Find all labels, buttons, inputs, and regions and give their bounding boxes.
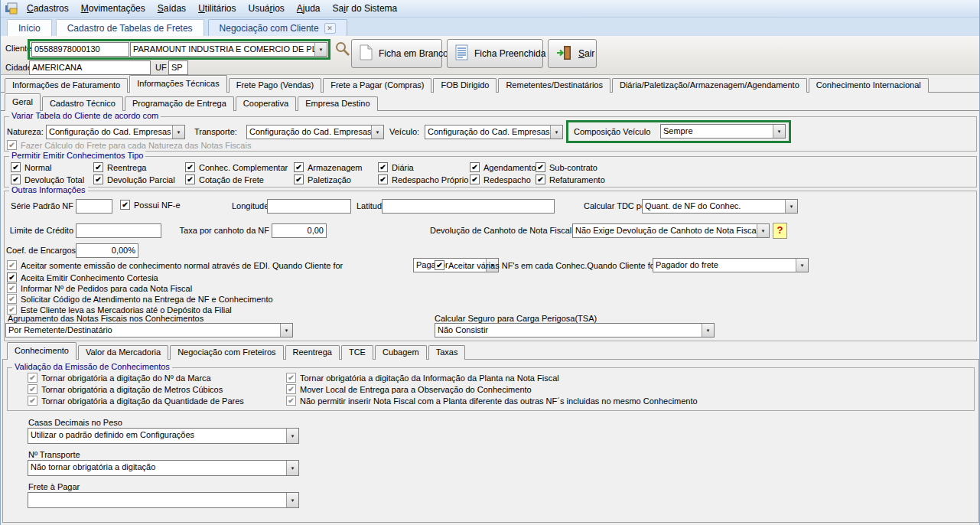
uf-input[interactable]: SP <box>168 60 188 75</box>
checkbox-reentrega[interactable]: ✔Reentrega <box>93 162 146 172</box>
coef-encargos-input[interactable]: 0,00% <box>76 243 138 258</box>
chevron-down-icon: ▼ <box>796 259 808 272</box>
obrig-metros-cubicos-checkbox[interactable]: ✔Tornar obrigatória a digitação de Metro… <box>28 384 223 394</box>
calcular-tdc-select[interactable]: Quant. de NF do Conhec.▼ <box>642 199 798 214</box>
coef-encargos-label: Coef. de Encargos <box>6 246 73 255</box>
checkbox-agendamento[interactable]: ✔Agendamento <box>470 162 536 172</box>
tab-frete-a-pagar-compras[interactable]: Frete a Pagar (Compras) <box>323 78 431 93</box>
obrig-info-planta-checkbox[interactable]: ✔Tornar obrigatória a digitação da Infor… <box>286 373 559 383</box>
chevron-down-icon: ▼ <box>702 324 714 337</box>
cliente-codigo-input[interactable]: 05588978000130 <box>31 42 129 57</box>
checkbox-armazenagem[interactable]: ✔Armazenagem <box>294 162 363 172</box>
casas-decimais-select[interactable]: Utilizar o padrão definido em Configuraç… <box>28 428 299 444</box>
blank-sheet-icon <box>360 44 373 63</box>
close-tab-icon[interactable]: ✕ <box>324 23 336 34</box>
longitude-input[interactable] <box>267 199 351 214</box>
tab-valor-da-mercadoria[interactable]: Valor da Mercadoria <box>78 345 168 360</box>
agrupamento-select[interactable]: Por Remetente/Destinatário▼ <box>5 323 293 338</box>
tab-programacao-de-entrega[interactable]: Programação de Entrega <box>125 96 234 111</box>
checkbox-refaturamento[interactable]: ✔Refaturamento <box>536 174 605 184</box>
limite-credito-label: Limite de Crédito <box>6 226 73 235</box>
varias-nf-cliente-select[interactable]: Pagador do frete▼ <box>653 258 809 272</box>
tab-reentrega[interactable]: Reentrega <box>285 345 340 360</box>
cliente-highlight-box: 05588978000130 PARAMOUNT INDUSTRIA E COM… <box>28 39 330 60</box>
menu-saidas[interactable]: Saídas <box>151 2 192 15</box>
tab-cadastro-tabelas-fretes[interactable]: Cadastro de Tabelas de Fretes <box>56 19 204 36</box>
tab-fob-dirigido[interactable]: FOB Dirigido <box>433 78 497 93</box>
limite-credito-input[interactable] <box>76 223 161 238</box>
tab-conhecimento[interactable]: Conhecimento <box>7 342 77 360</box>
cliente-nome-select[interactable]: PARAMOUNT INDUSTRIA E COMERCIO DE PLAST … <box>130 42 327 57</box>
checkbox-conhec-complementar[interactable]: ✔Conhec. Complementar <box>185 162 288 172</box>
tab-diaria-paletizacao-armazenagem-agendamento[interactable]: Diária/Paletização/Armazenagem/Agendamen… <box>612 78 807 93</box>
transporte-label: Transporte: <box>194 127 237 136</box>
search-icon[interactable] <box>334 41 350 60</box>
devolucao-canhoto-select[interactable]: Não Exige Devolução de Canhoto de Nota F… <box>572 223 770 238</box>
serie-padrao-nf-input[interactable] <box>76 199 112 214</box>
tab-geral[interactable]: Geral <box>5 93 41 111</box>
cortesia-checkbox[interactable]: ✔Aceita Emitir Conhecimento Cortesia <box>7 272 158 282</box>
menu-bar: Cadastros Movimentações Saídas Utilitári… <box>1 0 979 18</box>
tab-cadastro-tecnico[interactable]: Cadastro Técnico <box>42 96 123 111</box>
edi-checkbox[interactable]: ✔Aceitar somente emissão de conhecimento… <box>7 260 343 270</box>
tab-tce[interactable]: TCE <box>341 345 373 360</box>
cidade-input[interactable]: AMERICANA <box>29 60 151 75</box>
tab-negociacao-com-cliente[interactable]: Negociação com Cliente ✕ <box>208 19 347 36</box>
checkbox-redespacho-proprio[interactable]: ✔Redespacho Próprio <box>378 174 468 184</box>
composicao-veiculo-select[interactable]: Sempre▼ <box>660 124 786 139</box>
obrig-n-marca-checkbox[interactable]: ✔Tornar obrigatória a digitação do Nº da… <box>28 373 211 383</box>
menu-ajuda[interactable]: Ajuda <box>291 2 327 15</box>
checkbox-redespacho[interactable]: ✔Redespacho <box>470 174 531 184</box>
checkbox-devolucao-parcial[interactable]: ✔Devolução Parcial <box>93 174 175 184</box>
tab-cooperativa[interactable]: Cooperativa <box>236 96 296 111</box>
serie-padrao-nf-label: Série Padrão NF <box>6 201 73 210</box>
menu-cadastros[interactable]: Cadastros <box>21 2 75 15</box>
cidade-label: Cidade <box>5 63 32 72</box>
menu-utilitarios[interactable]: Utilitários <box>192 2 242 15</box>
pedidos-checkbox[interactable]: ✔Informar Nº de Pedidos para cada Nota F… <box>7 283 192 293</box>
natureza-select[interactable]: Configuração do Cad. Empresas▼ <box>46 125 185 139</box>
varias-nf-checkbox[interactable]: ✔Aceitar várias NF's em cada Conhec.Quan… <box>435 260 658 270</box>
ficha-em-branco-button[interactable]: Ficha em Branco <box>351 39 442 68</box>
tab-negociacao-com-freteiros[interactable]: Negociação com Freteiros <box>170 345 283 360</box>
taxa-canhoto-input[interactable]: 0,00 <box>272 223 327 238</box>
composicao-veiculo-label: Composição Veículo <box>574 127 650 136</box>
checkbox-normal[interactable]: ✔Normal <box>11 162 51 172</box>
tab-remetentes-destinatarios[interactable]: Remetentes/Destinatários <box>498 78 610 93</box>
transporte-select[interactable]: Configuração do Cad. Empresas▼ <box>246 125 384 139</box>
tab-empresa-destino[interactable]: Empresa Destino <box>298 96 377 111</box>
tab-taxas[interactable]: Taxas <box>428 345 466 360</box>
obrig-quantidade-pares-checkbox[interactable]: ✔Tornar obrigatória a digitação da Quant… <box>28 396 244 406</box>
mover-local-entrega-checkbox[interactable]: ✔Mover Local de Entrega para a Observaçã… <box>286 384 532 394</box>
ficha-preenchida-button[interactable]: Ficha Preenchida <box>447 39 543 68</box>
menu-movimentacoes[interactable]: Movimentações <box>75 2 151 15</box>
possui-nfe-checkbox[interactable]: ✔Possui NF-e <box>120 200 181 210</box>
calc-frete-natureza-checkbox[interactable]: ✔Fazer Cálculo do Frete para cada Nature… <box>7 140 251 150</box>
checkbox-paletizacao[interactable]: ✔Paletização <box>294 174 351 184</box>
help-button[interactable]: ? <box>773 223 787 239</box>
chevron-down-icon: ▼ <box>371 126 383 139</box>
checkbox-cotacao-de-frete[interactable]: ✔Cotação de Frete <box>185 174 264 184</box>
tab-frete-pago-vendas[interactable]: Frete Pago (Vendas) <box>229 78 322 93</box>
tab-informacoes-faturamento[interactable]: Informações de Faturamento <box>5 78 128 93</box>
checkbox-sub-contrato[interactable]: ✔Sub-contrato <box>536 162 597 172</box>
frete-a-pagar-select[interactable]: ▼ <box>28 492 299 508</box>
client-panel: Cliente 05588978000130 PARAMOUNT INDUSTR… <box>1 36 979 75</box>
veiculo-select[interactable]: Configuração do Cad. Empresas▼ <box>425 125 563 139</box>
menu-usuarios[interactable]: Usuários <box>242 2 290 15</box>
nao-permitir-planta-diferente-checkbox[interactable]: ✔Não permitir inserir Nota Fiscal com a … <box>286 396 698 406</box>
tab-informacoes-tecnicas[interactable]: Informações Técnicas <box>129 75 226 93</box>
seguro-carga-perigosa-select[interactable]: Não Consistir▼ <box>435 323 715 338</box>
n-transporte-select[interactable]: Não tornar obrigatória a digitação▼ <box>28 460 299 476</box>
checkbox-devolucao-total[interactable]: ✔Devolução Total <box>11 174 84 184</box>
tab-cubagem[interactable]: Cubagem <box>375 345 427 360</box>
codigo-atendimento-checkbox[interactable]: ✔Solicitar Código de Atendimento na Entr… <box>7 294 273 304</box>
chevron-down-icon: ▼ <box>550 126 562 139</box>
checkbox-diaria[interactable]: ✔Diária <box>378 162 414 172</box>
latitude-input[interactable] <box>382 199 555 214</box>
tab-inicio[interactable]: Início <box>7 19 52 36</box>
tab-conhecimento-internacional[interactable]: Conhecimento Internacional <box>809 78 929 93</box>
sair-button[interactable]: Sair <box>548 39 597 68</box>
outras-informacoes-legend: Outras Informações <box>9 185 88 194</box>
menu-sair-do-sistema[interactable]: Sair do Sistema <box>327 2 404 15</box>
